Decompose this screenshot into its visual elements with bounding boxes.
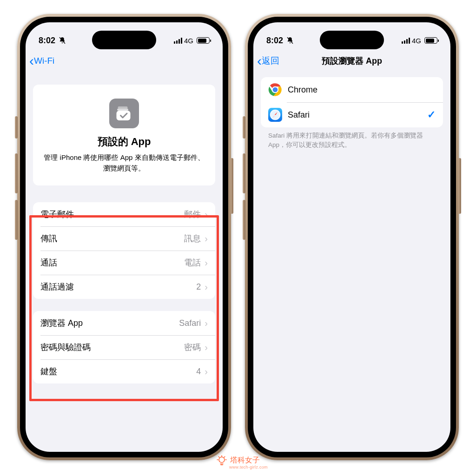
watermark: 塔科女子 www.tech-girlz.com xyxy=(216,455,260,466)
row-call-filter[interactable]: 通話過濾 2 › xyxy=(33,275,215,299)
back-label: Wi-Fi xyxy=(34,56,54,66)
svg-rect-0 xyxy=(118,106,128,109)
network-label: 4G xyxy=(184,37,193,45)
back-label: 返回 xyxy=(262,55,279,67)
chevron-right-icon: › xyxy=(205,209,208,220)
nav-bar: ‹ Wi-Fi xyxy=(26,49,223,73)
settings-group-2: 瀏覽器 App Safari › 密碼與驗證碼 密碼 › 鍵盤 4 › xyxy=(33,311,215,383)
chevron-right-icon: › xyxy=(205,318,208,329)
side-button-right xyxy=(458,158,461,214)
chevron-right-icon: › xyxy=(205,366,208,377)
row-browser[interactable]: 瀏覽器 App Safari › xyxy=(33,311,215,335)
side-button-left-2 xyxy=(243,153,245,193)
row-email[interactable]: 電子郵件 郵件 › xyxy=(33,202,215,226)
chevron-left-icon: ‹ xyxy=(257,58,262,64)
back-button[interactable]: ‹ 返回 xyxy=(257,55,279,67)
chrome-icon xyxy=(268,83,282,97)
row-messaging[interactable]: 傳訊 訊息 › xyxy=(33,226,215,251)
signal-bars-icon xyxy=(402,37,410,44)
app-name: Safari xyxy=(288,110,422,120)
page-title: 預設瀏覽器 App xyxy=(253,55,450,66)
app-name: Chrome xyxy=(288,85,436,95)
silent-mode-icon xyxy=(286,36,294,45)
default-apps-icon xyxy=(109,99,139,128)
settings-group-1: 電子郵件 郵件 › 傳訊 訊息 › 通話 電話 › xyxy=(33,202,215,299)
battery-icon xyxy=(197,37,210,44)
hero-title: 預設的 App xyxy=(42,135,206,149)
status-time: 8:02 xyxy=(266,36,283,46)
lightbulb-icon xyxy=(216,455,227,466)
safari-icon xyxy=(268,108,282,122)
side-button-left-3 xyxy=(243,200,245,240)
hero-card: 預設的 App 管理 iPhone 將使用哪些 App 來自動傳送電子郵件、瀏覽… xyxy=(33,85,215,185)
battery-icon xyxy=(424,37,437,44)
silent-mode-icon xyxy=(58,36,66,45)
dynamic-island xyxy=(92,31,156,49)
side-button-left-1 xyxy=(15,116,18,139)
network-label: 4G xyxy=(412,37,421,45)
dynamic-island xyxy=(320,31,384,49)
phone-left: 8:02 4G ‹ Wi-Fi xyxy=(17,14,231,460)
hero-description: 管理 iPhone 將使用哪些 App 來自動傳送電子郵件、瀏覽網頁等。 xyxy=(42,152,206,173)
side-button-left-2 xyxy=(15,153,18,193)
svg-rect-2 xyxy=(117,111,131,120)
chevron-right-icon: › xyxy=(205,282,208,292)
chevron-right-icon: › xyxy=(205,342,208,353)
phone-right: 8:02 4G ‹ 返回 預設瀏覽器 App xyxy=(245,14,459,460)
watermark-sub: www.tech-girlz.com xyxy=(229,465,268,469)
browser-list: Chrome Safari ✓ xyxy=(261,77,443,127)
row-keyboard[interactable]: 鍵盤 4 › xyxy=(33,359,215,383)
chevron-right-icon: › xyxy=(205,233,208,244)
svg-rect-1 xyxy=(117,109,128,111)
status-time: 8:02 xyxy=(39,36,55,46)
svg-point-11 xyxy=(219,457,225,463)
nav-bar: ‹ 返回 預設瀏覽器 App xyxy=(253,49,450,73)
chevron-left-icon: ‹ xyxy=(29,58,34,64)
row-calling[interactable]: 通話 電話 › xyxy=(33,251,215,275)
chevron-right-icon: › xyxy=(205,258,208,268)
footer-note: Safari 將用來打開連結和瀏覽網頁。若你有多個瀏覽器 App，你可以更改預設… xyxy=(261,127,443,149)
side-button-right xyxy=(231,158,233,214)
checkmark-icon: ✓ xyxy=(427,109,436,121)
back-button[interactable]: ‹ Wi-Fi xyxy=(29,56,54,66)
row-safari[interactable]: Safari ✓ xyxy=(261,102,443,127)
row-chrome[interactable]: Chrome xyxy=(261,77,443,102)
watermark-text: 塔科女子 xyxy=(230,456,260,465)
side-button-left-3 xyxy=(15,200,18,240)
signal-bars-icon xyxy=(174,37,182,44)
row-passwords[interactable]: 密碼與驗證碼 密碼 › xyxy=(33,335,215,359)
side-button-left-1 xyxy=(243,116,245,139)
